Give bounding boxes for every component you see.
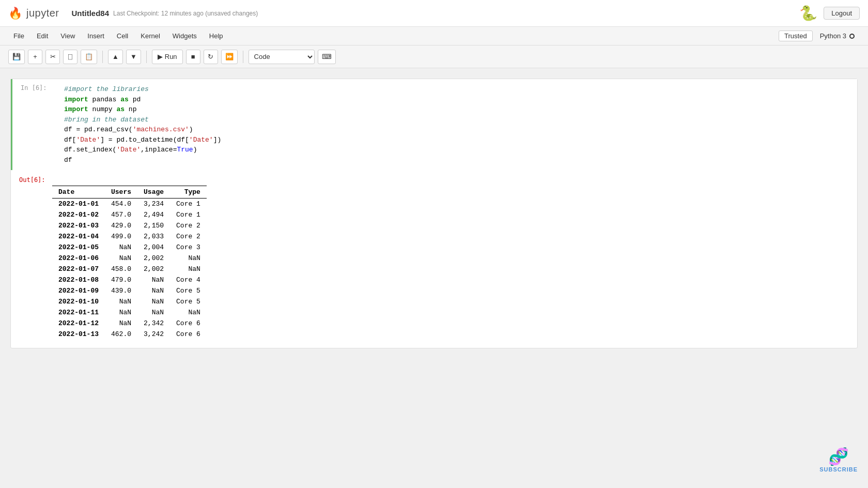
table-row: 2022-01-03429.02,150Core 2 [52,220,207,231]
copy-cell-button[interactable]: ⎕ [63,50,78,64]
cell-date: 2022-01-12 [52,318,105,329]
cell-usage: NaN [137,285,170,296]
table-row: 2022-01-01454.03,234Core 1 [52,199,207,210]
cell-users: NaN [105,307,137,318]
toolbar-separator-3 [243,51,243,63]
menu-view[interactable]: View [55,30,80,42]
cell-date: 2022-01-03 [52,220,105,231]
cell-users: 479.0 [105,274,137,285]
cell-date: 2022-01-09 [52,285,105,296]
dna-icon: 🧬 [828,447,849,466]
table-row: 2022-01-06NaN2,002NaN [52,253,207,264]
toolbar-separator-1 [102,51,103,63]
cell-type: NaN [170,253,207,264]
cell-output: Out[6]: Date Users Usage Type 2022-01-01… [11,170,857,348]
run-icon: ▶ [158,53,163,60]
table-row: 2022-01-10NaNNaNCore 5 [52,296,207,307]
code-line-8: df [64,155,852,165]
cut-cell-button[interactable]: ✂ [45,50,60,64]
cell-users: 462.0 [105,329,137,340]
cell-input[interactable]: In [6]: #import the libraries import pan… [11,79,857,170]
menu-insert[interactable]: Insert [82,30,110,42]
cell-usage: 3,234 [137,199,170,210]
jupyter-logo-icon: 🔥 [8,7,22,20]
cell-usage: 2,150 [137,220,170,231]
col-users: Users [105,186,137,199]
paste-cell-button[interactable]: 📋 [81,50,97,64]
cell-date: 2022-01-08 [52,274,105,285]
run-all-button[interactable]: ⏩ [221,50,238,64]
cell-usage: 2,004 [137,242,170,253]
main-area: In [6]: #import the libraries import pan… [0,68,868,488]
keyboard-button[interactable]: ⌨ [318,50,336,64]
menu-file[interactable]: File [8,30,29,42]
cell-input-label: In [6]: [12,79,59,97]
cell-date: 2022-01-06 [52,253,105,264]
cell-type-select[interactable]: Code Markdown Raw NBConvert Heading [249,50,315,64]
col-usage: Usage [137,186,170,199]
cell-type: Core 1 [170,209,207,220]
logout-button[interactable]: Logout [824,7,860,20]
python-logo-icon: 🐍 [799,5,817,22]
move-cell-up-button[interactable]: ▲ [108,50,123,64]
dataframe-table: Date Users Usage Type 2022-01-01454.03,2… [52,186,207,340]
menubar: File Edit View Insert Cell Kernel Widget… [0,27,868,45]
col-date: Date [52,186,105,199]
cell-type: Core 2 [170,220,207,231]
cell-type: Core 5 [170,285,207,296]
menu-kernel[interactable]: Kernel [135,30,165,42]
run-button[interactable]: ▶ Run [152,50,183,64]
table-row: 2022-01-13462.03,242Core 6 [52,329,207,340]
cell-type: Core 6 [170,329,207,340]
cell-date: 2022-01-05 [52,242,105,253]
move-cell-down-button[interactable]: ▼ [126,50,141,64]
code-line-3: import numpy as np [64,104,852,115]
logo-area: 🔥 jupyter [8,7,59,20]
cell-users: 454.0 [105,199,137,210]
restart-button[interactable]: ↻ [204,50,218,64]
cell-date: 2022-01-13 [52,329,105,340]
cell-usage: 3,242 [137,329,170,340]
topbar-right: 🐍 Logout [799,5,860,22]
cell-code[interactable]: #import the libraries import pandas as p… [59,79,857,170]
toolbar: 💾 + ✂ ⎕ 📋 ▲ ▼ ▶ Run ■ ↻ ⏩ Code Markdown … [0,45,868,68]
table-row: 2022-01-07458.02,002NaN [52,264,207,274]
code-line-4: #bring in the dataset [64,115,852,125]
subscribe-label[interactable]: SUBSCRIBE [819,466,858,472]
cell-usage: 2,033 [137,231,170,242]
menu-help[interactable]: Help [204,30,228,42]
menu-edit[interactable]: Edit [32,30,53,42]
interrupt-button[interactable]: ■ [186,50,200,64]
cell-type: NaN [170,264,207,274]
jupyter-logo-text: jupyter [26,7,59,19]
subscribe-badge: 🧬 SUBSCRIBE [819,447,858,472]
cell-type: Core 4 [170,274,207,285]
cell-date: 2022-01-04 [52,231,105,242]
cell-usage: 2,002 [137,264,170,274]
code-line-7: df.set_index('Date',inplace=True) [64,145,852,155]
kernel-badge: Python 3 [815,31,860,41]
code-line-2: import pandas as pd [64,95,852,105]
cell-type: Core 6 [170,318,207,329]
cell-users: NaN [105,296,137,307]
cell-users: NaN [105,253,137,264]
code-line-6: df['Date'] = pd.to_datetime(df['Date']) [64,135,852,145]
cell-usage: NaN [137,296,170,307]
cell-date: 2022-01-07 [52,264,105,274]
kernel-status-circle [849,34,855,39]
cell-output-label: Out[6]: [11,174,857,186]
cell-users: NaN [105,242,137,253]
code-line-1: #import the libraries [64,84,852,95]
cell-users: 457.0 [105,209,137,220]
add-cell-button[interactable]: + [28,50,42,64]
cell-users: 439.0 [105,285,137,296]
save-button[interactable]: 💾 [8,50,25,64]
menu-cell[interactable]: Cell [112,30,133,42]
menu-widgets[interactable]: Widgets [167,30,202,42]
cell-usage: 2,002 [137,253,170,264]
cell-date: 2022-01-01 [52,199,105,210]
cell-usage: 2,494 [137,209,170,220]
notebook-title[interactable]: Untitled84 [72,9,110,18]
table-row: 2022-01-09439.0NaNCore 5 [52,285,207,296]
trusted-badge[interactable]: Trusted [779,30,813,41]
